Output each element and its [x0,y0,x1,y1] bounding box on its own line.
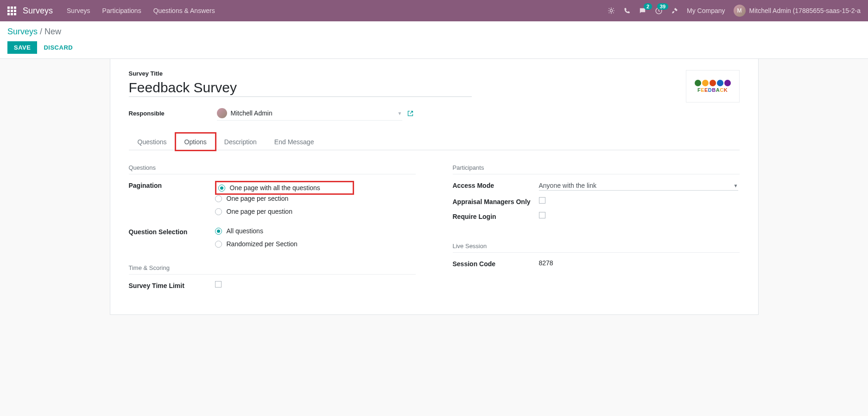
messages-badge: 2 [644,3,652,10]
question-selection-label: Question Selection [129,227,215,253]
responsible-avatar [217,108,227,118]
pagination-opt-all-label: One page with all the questions [230,184,320,192]
qsel-random-label: Randomized per Section [227,240,298,248]
tab-description[interactable]: Description [215,133,266,150]
access-mode-label: Access Mode [453,181,539,191]
chevron-down-icon: ▼ [734,183,738,188]
appraisal-checkbox[interactable] [539,197,545,204]
access-mode-value: Anyone with the link [539,182,597,189]
user-menu[interactable]: M Mitchell Admin (17885655-saas-15-2-a [734,5,861,17]
pagination-opt-all-highlight: One page with all the questions [215,181,354,195]
session-code-label: Session Code [453,259,539,268]
pagination-label: Pagination [129,181,215,221]
phone-icon[interactable] [623,7,630,14]
discard-button[interactable]: DISCARD [44,44,73,51]
pagination-opt-section-label: One page per section [227,195,289,202]
responsible-field[interactable]: Mitchell Admin ▼ [217,106,402,121]
qsel-all-label: All questions [227,227,263,235]
tab-questions[interactable]: Questions [129,133,176,150]
svg-point-0 [610,9,612,12]
radio-pagination-question[interactable] [215,208,222,215]
require-login-label: Require Login [453,212,539,220]
messages-icon[interactable]: 2 [639,7,646,15]
radio-pagination-all[interactable] [218,185,225,192]
external-link-icon[interactable] [407,110,414,117]
nav-surveys[interactable]: Surveys [67,7,90,14]
survey-title-input[interactable] [129,79,472,97]
save-button[interactable]: SAVE [7,41,37,54]
navbar: Surveys Surveys Participations Questions… [0,0,868,21]
section-questions: Questions [129,164,416,174]
survey-title-label: Survey Title [129,70,740,77]
tab-end-message[interactable]: End Message [266,133,323,150]
form-sheet: FEEDBACK Survey Title Responsible Mitche… [110,59,759,315]
user-name: Mitchell Admin (17885655-saas-15-2-a [749,7,861,14]
access-mode-select[interactable]: Anyone with the link ▼ [539,181,738,191]
responsible-value: Mitchell Admin [231,109,272,117]
brand[interactable]: Surveys [23,6,53,16]
pagination-opt-question-label: One page per question [227,208,292,215]
time-limit-label: Survey Time Limit [129,281,215,289]
require-login-checkbox[interactable] [539,212,545,218]
session-code-value: 8278 [539,259,553,267]
section-participants: Participants [453,164,740,174]
appraisal-label: Appraisal Managers Only [453,197,539,205]
breadcrumb-current: New [44,27,61,36]
chevron-down-icon: ▼ [398,111,402,116]
responsible-label: Responsible [129,110,217,117]
control-bar: Surveys / New SAVE DISCARD [0,21,868,59]
nav-questions-answers[interactable]: Questions & Answers [153,7,215,14]
avatar: M [734,5,746,17]
tools-icon[interactable] [671,7,678,14]
feedback-logo-text: FEEDBACK [697,87,728,93]
radio-pagination-section[interactable] [215,195,222,202]
company-selector[interactable]: My Company [687,7,725,14]
tab-options[interactable]: Options [176,133,215,150]
apps-icon[interactable] [7,6,16,15]
radio-qsel-all[interactable] [215,228,222,235]
section-time-scoring: Time & Scoring [129,264,416,275]
breadcrumb: Surveys / New [7,27,861,37]
breadcrumb-root[interactable]: Surveys [7,27,38,36]
survey-image[interactable]: FEEDBACK [686,70,740,102]
activities-icon[interactable]: 39 [655,7,663,15]
nav-participations[interactable]: Participations [102,7,141,14]
tabs: Questions Options Description End Messag… [129,133,740,150]
time-limit-checkbox[interactable] [215,281,222,288]
radio-qsel-random[interactable] [215,241,222,248]
activities-badge: 39 [657,3,668,10]
section-live-session: Live Session [453,243,740,253]
bug-icon[interactable] [608,7,615,14]
